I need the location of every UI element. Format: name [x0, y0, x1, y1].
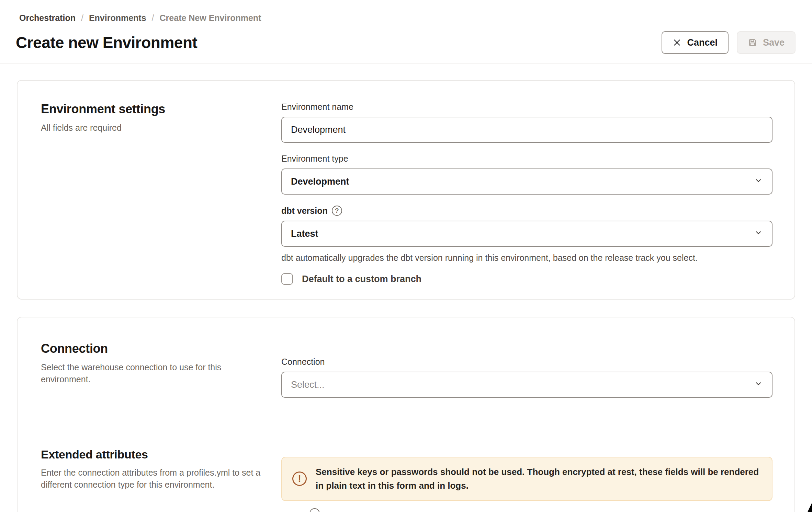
dbt-version-field: dbt version ? Latest dbt automatically u…	[281, 206, 772, 263]
environment-type-label: Environment type	[281, 154, 772, 164]
custom-branch-checkbox[interactable]	[281, 273, 293, 285]
page-title: Create new Environment	[16, 33, 197, 52]
environment-type-select[interactable]: Development	[281, 168, 772, 195]
environment-settings-subtitle: All fields are required	[41, 122, 281, 134]
extended-attributes-title: Extended attributes	[41, 448, 281, 461]
environment-settings-intro: Environment settings All fields are requ…	[41, 102, 281, 299]
warning-icon: !	[292, 472, 307, 486]
save-icon	[748, 38, 757, 47]
chevron-down-icon	[754, 228, 763, 240]
header-divider	[0, 63, 812, 63]
breadcrumb-create-new-environment: Create New Environment	[160, 13, 261, 23]
warning-text: Sensitive keys or passwords should not b…	[316, 465, 762, 493]
form-content: Environment settings All fields are requ…	[0, 80, 812, 512]
page-header: Create new Environment Cancel	[0, 23, 812, 54]
connection-intro: Connection Select the warehouse connecti…	[41, 341, 281, 398]
custom-branch-checkbox-row: Default to a custom branch	[281, 273, 772, 285]
breadcrumb: Orchestration / Environments / Create Ne…	[0, 0, 812, 23]
extended-attributes-row: Extended attributes Enter the connection…	[41, 448, 772, 501]
header-actions: Cancel Save	[662, 31, 796, 54]
connection-row: Connection Select the warehouse connecti…	[41, 341, 772, 398]
connection-subtitle: Select the warehouse connection to use f…	[41, 361, 240, 385]
environment-name-value: Development	[291, 125, 346, 135]
extended-attributes-subtitle: Enter the connection attributes from a p…	[41, 467, 261, 491]
environment-name-label: Environment name	[281, 102, 772, 112]
connection-select[interactable]: Select...	[281, 372, 772, 398]
cancel-button[interactable]: Cancel	[662, 31, 729, 54]
dbt-version-value: Latest	[291, 229, 318, 239]
connection-label: Connection	[281, 357, 772, 367]
save-button[interactable]: Save	[737, 31, 796, 54]
environment-settings-fields: Environment name Development Environment…	[281, 102, 772, 299]
dbt-version-helper-text: dbt automatically upgrades the dbt versi…	[281, 253, 772, 263]
environment-type-value: Development	[291, 176, 349, 187]
environment-name-input[interactable]: Development	[281, 117, 772, 143]
connection-card: Connection Select the warehouse connecti…	[17, 317, 795, 512]
close-icon	[673, 38, 681, 47]
connection-placeholder: Select...	[291, 380, 325, 390]
breadcrumb-environments[interactable]: Environments	[89, 13, 146, 23]
cancel-button-label: Cancel	[687, 37, 718, 48]
breadcrumb-separator: /	[152, 13, 154, 23]
dbt-version-label: dbt version ?	[281, 206, 772, 216]
custom-branch-checkbox-label: Default to a custom branch	[302, 274, 421, 284]
dbt-version-label-text: dbt version	[281, 206, 328, 216]
connection-title: Connection	[41, 341, 281, 356]
breadcrumb-orchestration[interactable]: Orchestration	[19, 13, 76, 23]
chevron-down-icon	[754, 176, 763, 187]
environment-name-field: Environment name Development	[281, 102, 772, 143]
environment-settings-title: Environment settings	[41, 102, 281, 116]
save-button-label: Save	[763, 37, 785, 48]
connection-field: Connection Select...	[281, 357, 772, 398]
connection-fields: Connection Select...	[281, 357, 772, 398]
dbt-version-select[interactable]: Latest	[281, 221, 772, 247]
help-icon[interactable]: ?	[332, 206, 342, 216]
environment-settings-card: Environment settings All fields are requ…	[17, 80, 795, 300]
create-environment-page: Orchestration / Environments / Create Ne…	[0, 0, 812, 512]
extended-attributes-fields: ! Sensitive keys or passwords should not…	[281, 457, 772, 501]
breadcrumb-separator: /	[81, 13, 83, 23]
chevron-down-icon	[754, 379, 763, 391]
sensitive-keys-warning: ! Sensitive keys or passwords should not…	[281, 457, 772, 501]
environment-type-field: Environment type Development	[281, 154, 772, 195]
extended-attributes-intro: Extended attributes Enter the connection…	[41, 448, 281, 501]
